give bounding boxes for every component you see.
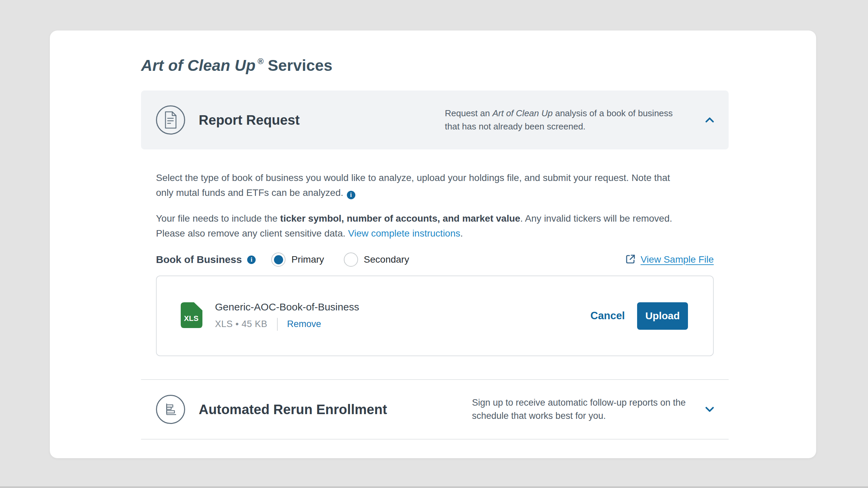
external-link-icon[interactable]: [625, 254, 636, 266]
remove-file-link[interactable]: Remove: [287, 319, 321, 329]
rerun-report-icon: [156, 395, 185, 424]
intro-paragraph: Select the type of book of business you …: [156, 170, 714, 200]
report-request-desc-part: Request an: [445, 108, 492, 118]
automated-rerun-description: Sign up to receive automatic follow-up r…: [472, 396, 687, 423]
page-title: Art of Clean Up®Services: [141, 53, 729, 74]
section-divider: [141, 439, 729, 440]
upload-actions: Cancel Upload: [590, 302, 688, 330]
screen-bottom-edge: [0, 486, 868, 488]
aoc-services-card: Art of Clean Up®Services Report Request …: [50, 30, 816, 458]
requirements-text: . Any invalid tickers will be removed.: [520, 213, 672, 224]
info-icon[interactable]: i: [247, 256, 256, 264]
registered-trademark-symbol: ®: [258, 57, 264, 66]
svg-text:XLS: XLS: [184, 314, 199, 323]
report-request-description: Request an Art of Clean Up analysis of a…: [445, 107, 687, 133]
intro-line1: Select the type of book of business you …: [156, 172, 670, 183]
file-upload-card: XLS Generic-AOC-Book-of-Business XLS • 4…: [156, 276, 714, 356]
file-info: Generic-AOC-Book-of-Business XLS • 45 KB…: [215, 301, 359, 331]
radio-primary-selected[interactable]: [271, 252, 285, 267]
meta-divider: [277, 318, 278, 331]
intro-line2: only mutal funds and ETFs can be analyze…: [156, 187, 343, 198]
book-of-business-row: Book of Business i Primary Secondary: [156, 252, 714, 267]
requirements-bold-text: ticker symbol, number of accounts, and m…: [280, 213, 520, 224]
report-request-header[interactable]: Report Request Request an Art of Clean U…: [141, 90, 729, 149]
book-of-business-label: Book of Business: [156, 254, 242, 265]
requirements-text: Your file needs to include the: [156, 213, 280, 224]
page-title-suffix: Services: [268, 57, 333, 74]
radio-secondary-label[interactable]: Secondary: [364, 254, 409, 265]
view-sample-file-label[interactable]: View Sample File: [640, 254, 714, 265]
radio-option-primary[interactable]: Primary: [271, 252, 324, 267]
report-document-icon: [156, 105, 185, 135]
requirements-paragraph: Your file needs to include the ticker sy…: [156, 211, 714, 241]
xls-file-icon: XLS: [180, 302, 203, 330]
file-meta: XLS • 45 KB: [215, 319, 268, 329]
requirements-text: .: [460, 228, 463, 239]
radio-primary-label[interactable]: Primary: [291, 254, 324, 265]
upload-button[interactable]: Upload: [637, 302, 688, 330]
cancel-button[interactable]: Cancel: [590, 310, 625, 322]
report-request-desc-brand: Art of Clean Up: [492, 108, 553, 118]
view-complete-instructions-link[interactable]: View complete instructions: [348, 228, 460, 239]
view-sample-file-link[interactable]: View Sample File: [625, 254, 714, 266]
automated-rerun-header[interactable]: Automated Rerun Enrollment Sign up to re…: [141, 380, 729, 439]
radio-secondary-unselected[interactable]: [344, 252, 358, 267]
file-name: Generic-AOC-Book-of-Business: [215, 301, 359, 313]
automated-rerun-title: Automated Rerun Enrollment: [199, 402, 387, 417]
radio-option-secondary[interactable]: Secondary: [344, 252, 409, 267]
requirements-text: Please also remove any client sensitive …: [156, 228, 348, 239]
chevron-up-icon[interactable]: [705, 117, 714, 123]
chevron-down-icon[interactable]: [705, 406, 714, 413]
info-icon[interactable]: i: [347, 191, 355, 199]
report-request-title: Report Request: [199, 113, 300, 128]
page-title-brand: Art of Clean Up: [141, 57, 256, 74]
radio-dot: [274, 255, 283, 264]
